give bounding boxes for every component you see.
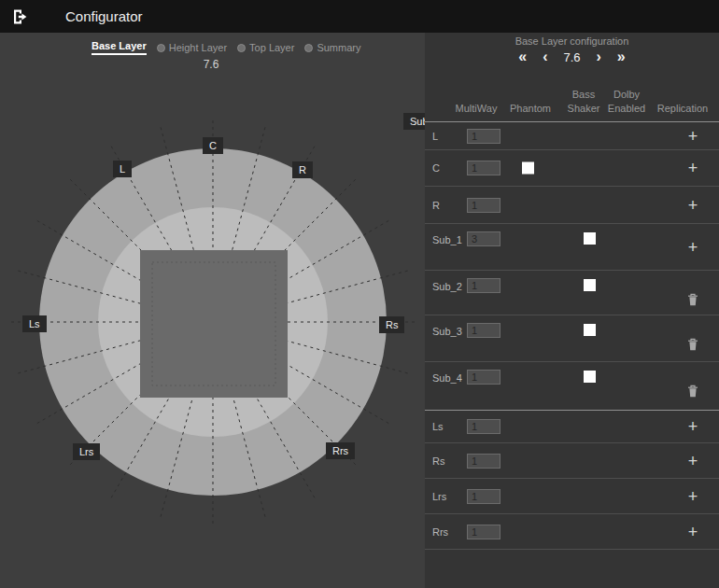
speaker-label-r[interactable]: R [292,161,313,178]
table-row-rs: Rs + [425,443,719,479]
panel-title: Base Layer configuration [425,35,719,47]
speaker-label-ls[interactable]: Ls [22,315,47,332]
speaker-label-c[interactable]: C [203,137,223,154]
row-label: Sub_4 [432,372,462,384]
configurator-window: Configurator Base Layer Height Layer Top… [0,0,719,588]
row-label: C [432,162,440,174]
first-layout-button[interactable]: « [518,49,527,65]
multiway-input[interactable] [467,419,500,434]
current-layout-value: 7.6 [563,50,580,64]
base-layer-config-panel: Base Layer configuration « ‹ 7.6 › » Mul… [425,33,719,588]
speaker-label-rs[interactable]: Rs [379,316,404,333]
multiway-input[interactable] [467,161,500,175]
table-row-rrs: Rrs + [425,514,719,550]
row-label: Rs [432,455,444,467]
add-replication-button[interactable]: + [682,419,704,434]
column-dolby-enabled: DolbyEnabled [608,88,645,116]
multiway-input[interactable] [467,454,500,469]
row-label: Rrs [432,526,448,538]
table-row-l: L + [425,122,719,150]
multiway-input[interactable] [467,370,500,385]
table-row-sub1: Sub_1 + [425,224,719,271]
multiway-input[interactable] [467,231,500,246]
app-title: Configurator [65,8,143,24]
trash-icon [687,338,698,351]
exit-icon[interactable] [9,7,30,27]
multiway-input[interactable] [467,278,500,293]
row-label: Sub_2 [432,281,462,292]
add-replication-button[interactable]: + [682,489,704,504]
table-row-sub3: Sub_3 [425,315,719,362]
trash-icon [687,385,698,398]
speaker-label-l[interactable]: L [113,161,132,177]
bass-shaker-checkbox[interactable] [584,324,596,336]
bass-shaker-checkbox[interactable] [584,371,596,383]
column-replication: Replication [657,102,708,116]
multiway-input[interactable] [467,489,500,504]
multiway-input[interactable] [467,525,500,539]
table-row-ls: Ls + [425,411,719,443]
delete-speaker-button[interactable] [682,293,704,310]
speaker-label-rrs[interactable]: Rrs [326,442,355,459]
speaker-ring-diagram [0,33,425,588]
add-replication-button[interactable]: + [682,454,704,469]
add-replication-button[interactable]: + [682,240,704,255]
speaker-config-table: L + C + R + Sub_1 + Su [425,122,719,550]
table-row-sub4: Sub_4 [425,362,719,411]
add-replication-button[interactable]: + [682,129,704,144]
multiway-input[interactable] [467,129,500,144]
listening-room-square [140,250,288,398]
row-label: Sub_3 [432,326,462,337]
layout-area: Base Layer Height Layer Top Layer Summar… [0,33,425,588]
column-bass-shaker: BassShaker [568,88,600,116]
table-row-c: C + [425,150,719,187]
multiway-input[interactable] [467,323,500,338]
add-replication-button[interactable]: + [682,198,704,213]
delete-speaker-button[interactable] [682,385,704,401]
row-label: R [432,200,440,211]
bass-shaker-checkbox[interactable] [584,232,596,245]
row-label: Ls [432,421,444,432]
table-row-lrs: Lrs + [425,479,719,514]
delete-speaker-button[interactable] [682,338,704,355]
last-layout-button[interactable]: » [617,49,626,65]
table-row-r: R + [425,187,719,224]
layout-navigator: « ‹ 7.6 › » [425,49,719,65]
next-layout-button[interactable]: › [597,49,601,65]
table-row-sub2: Sub_2 [425,271,719,315]
phantom-checkbox[interactable] [522,162,534,175]
multiway-input[interactable] [467,198,500,213]
table-column-headers: MultiWay Phantom BassShaker DolbyEnabled… [425,70,719,122]
column-phantom: Phantom [510,102,551,116]
trash-icon [687,293,698,306]
prev-layout-button[interactable]: ‹ [543,49,547,65]
top-bar: Configurator [0,0,719,33]
add-replication-button[interactable]: + [682,525,704,539]
add-replication-button[interactable]: + [682,161,704,175]
column-multiway: MultiWay [456,102,498,116]
bass-shaker-checkbox[interactable] [584,279,596,291]
row-label: Lrs [432,491,446,502]
row-label: L [432,131,438,142]
speaker-label-lrs[interactable]: Lrs [73,443,100,460]
row-label: Sub_1 [432,234,462,245]
